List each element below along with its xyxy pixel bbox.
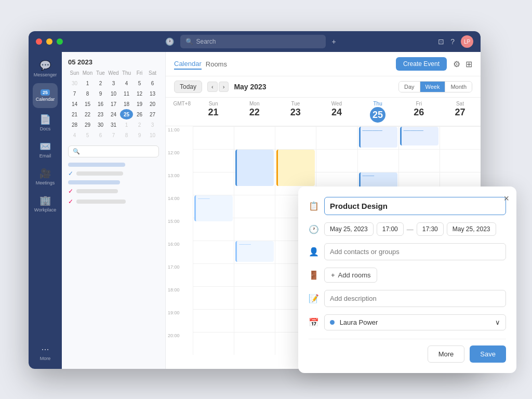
sidebar-item-workplace[interactable]: 🏢 Workplace: [33, 191, 58, 216]
mini-cal-cell[interactable]: 20: [146, 99, 159, 109]
prev-week-button[interactable]: ‹: [207, 82, 218, 92]
settings-icon[interactable]: ⚙: [453, 59, 460, 69]
mini-cal-cell[interactable]: 28: [68, 119, 81, 130]
cell-fri-1200[interactable]: [398, 149, 440, 172]
dialog-close-button[interactable]: ×: [503, 194, 509, 203]
cell-thu-1100[interactable]: ──────: [357, 126, 398, 149]
mini-cal-today[interactable]: 25: [120, 109, 133, 119]
mini-cal-cell[interactable]: 2: [94, 78, 107, 88]
mini-cal-cell[interactable]: 26: [133, 109, 146, 119]
mini-cal-cell[interactable]: 4: [68, 130, 81, 140]
mini-cal-cell[interactable]: 12: [133, 88, 146, 99]
cell-mon-1100[interactable]: [234, 126, 275, 149]
mini-cal-cell[interactable]: 1: [81, 78, 94, 88]
grid-icon[interactable]: ⊞: [466, 59, 472, 69]
cell-sun-1600[interactable]: [193, 241, 234, 263]
mini-search[interactable]: 🔍: [68, 145, 159, 157]
cell-mon-2000[interactable]: [234, 332, 275, 355]
cell-mon-1800[interactable]: [234, 286, 275, 309]
cell-wed-1200[interactable]: [316, 149, 357, 172]
calendar-dropdown[interactable]: Laura Power ∨: [324, 314, 506, 330]
start-time-button[interactable]: 17:00: [377, 222, 404, 236]
close-button[interactable]: [36, 38, 42, 45]
cell-sun-1800[interactable]: [193, 286, 234, 309]
cell-sun-1900[interactable]: [193, 309, 234, 332]
help-icon[interactable]: ?: [450, 37, 455, 46]
cell-mon-1500[interactable]: [234, 218, 275, 241]
mini-cal-cell[interactable]: 30: [68, 78, 81, 88]
mini-cal-cell[interactable]: 23: [94, 109, 107, 119]
calendar-event[interactable]: ──────: [400, 127, 438, 145]
mini-cal-cell[interactable]: 30: [94, 119, 107, 130]
mini-cal-cell[interactable]: 11: [120, 88, 133, 99]
avatar[interactable]: LP: [461, 35, 473, 48]
cell-sun-2000[interactable]: [193, 332, 234, 355]
screen-icon[interactable]: ⊡: [438, 37, 444, 46]
mini-cal-cell[interactable]: 10: [107, 88, 120, 99]
cell-thu-1200[interactable]: [357, 149, 398, 172]
add-rooms-button[interactable]: + Add rooms: [324, 268, 377, 283]
mini-cal-cell[interactable]: 9: [133, 130, 146, 140]
sidebar-item-messenger[interactable]: 💬 Messenger: [33, 56, 58, 81]
cell-sun-1300[interactable]: [193, 172, 234, 195]
mini-cal-cell[interactable]: 13: [146, 88, 159, 99]
search-bar[interactable]: 🔍 Search: [180, 35, 326, 48]
create-event-button[interactable]: Create Event: [396, 57, 447, 71]
cell-mon-1600[interactable]: ────: [234, 241, 275, 263]
calendar-event-light2[interactable]: ────: [235, 241, 274, 262]
mini-cal-cell[interactable]: 6: [146, 78, 159, 88]
cell-fri-1100[interactable]: ──────: [398, 126, 440, 149]
cell-wed-1100[interactable]: [316, 126, 357, 149]
mini-cal-cell[interactable]: 22: [81, 109, 94, 119]
mini-cal-cell[interactable]: 6: [94, 130, 107, 140]
mini-cal-cell[interactable]: 24: [107, 109, 120, 119]
calendar-event-blue[interactable]: [235, 150, 274, 186]
mini-cal-cell[interactable]: 29: [81, 119, 94, 130]
cell-mon-1900[interactable]: [234, 309, 275, 332]
tab-calendar[interactable]: Calendar: [174, 59, 202, 70]
maximize-button[interactable]: [57, 38, 63, 45]
cell-sun-1100[interactable]: [193, 126, 234, 149]
mini-cal-cell[interactable]: 14: [68, 99, 81, 109]
cell-sat-1200[interactable]: [440, 149, 481, 172]
mini-cal-cell[interactable]: 27: [146, 109, 159, 119]
event-title-input[interactable]: [324, 197, 506, 215]
mini-cal-cell[interactable]: 5: [81, 130, 94, 140]
next-week-button[interactable]: ›: [219, 82, 229, 92]
mini-cal-cell[interactable]: 19: [133, 99, 146, 109]
mini-cal-cell[interactable]: 31: [107, 119, 120, 130]
today-button[interactable]: Today: [174, 81, 202, 93]
sidebar-item-calendar[interactable]: 25 Calendar: [33, 83, 58, 108]
view-day-button[interactable]: Day: [399, 82, 420, 92]
mini-cal-cell[interactable]: 10: [146, 130, 159, 140]
cell-sun-1400[interactable]: ────: [193, 195, 234, 218]
cell-sun-1700[interactable]: [193, 263, 234, 286]
cell-tue-1100[interactable]: [275, 126, 316, 149]
end-time-button[interactable]: 17:30: [417, 222, 444, 236]
calendar-event-light[interactable]: ────: [194, 195, 233, 221]
mini-cal-cell[interactable]: 8: [120, 130, 133, 140]
cell-sat-1100[interactable]: [440, 126, 481, 149]
mini-cal-cell[interactable]: 7: [68, 88, 81, 99]
calendar-event-orange[interactable]: [276, 150, 315, 186]
cell-mon-1700[interactable]: [234, 263, 275, 286]
minimize-button[interactable]: [46, 38, 52, 45]
tab-rooms[interactable]: Rooms: [206, 59, 227, 69]
mini-cal-cell[interactable]: 8: [81, 88, 94, 99]
mini-cal-cell[interactable]: 7: [107, 130, 120, 140]
start-date-button[interactable]: May 25, 2023: [324, 222, 374, 236]
view-week-button[interactable]: Week: [420, 82, 446, 92]
cell-sun-1200[interactable]: [193, 149, 234, 172]
save-button[interactable]: Save: [470, 345, 506, 363]
view-month-button[interactable]: Month: [445, 82, 472, 92]
mini-cal-cell[interactable]: 17: [107, 99, 120, 109]
mini-cal-cell[interactable]: 15: [81, 99, 94, 109]
cell-mon-1400[interactable]: [234, 195, 275, 218]
end-date-button[interactable]: May 25, 2023: [447, 222, 496, 236]
more-button[interactable]: More: [428, 345, 465, 363]
mini-cal-cell[interactable]: 4: [120, 78, 133, 88]
mini-cal-cell[interactable]: 3: [107, 78, 120, 88]
mini-cal-cell[interactable]: 9: [94, 88, 107, 99]
calendar-event[interactable]: ──────: [359, 127, 397, 148]
history-icon[interactable]: 🕐: [165, 37, 174, 46]
